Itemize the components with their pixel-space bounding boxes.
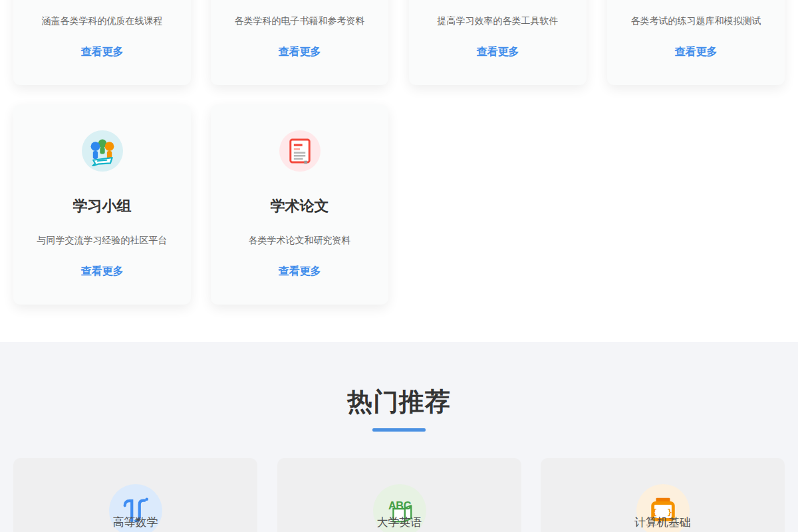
card-description: 各类学术论文和研究资料 [217,233,382,247]
feature-card-courses: 涵盖各类学科的优质在线课程 查看更多 [13,0,191,85]
hot-card-title: 大学英语 [277,514,521,531]
card-description: 各类学科的电子书籍和参考资料 [217,14,382,27]
abc-glyph: ABC [388,499,412,511]
view-more-link[interactable]: 查看更多 [409,45,587,59]
card-description: 与同学交流学习经验的社区平台 [20,233,184,247]
feature-card-tools: 提高学习效率的各类工具软件 查看更多 [409,0,587,85]
feature-card-exams: 各类考试的练习题库和模拟测试 查看更多 [607,0,785,85]
feature-card-papers: 学术论文 各类学术论文和研究资料 查看更多 [211,104,388,305]
icon-circle [279,130,321,172]
view-more-link[interactable]: 查看更多 [211,264,388,279]
hot-card-advanced-math[interactable]: 高等数学 [13,458,257,532]
card-description: 涵盖各类学科的优质在线课程 [20,14,184,27]
hot-card-title: 计算机基础 [541,514,785,531]
feature-card-ebooks: 各类学科的电子书籍和参考资料 查看更多 [211,0,388,85]
heading-underline [372,428,426,432]
icon-circle [82,130,123,172]
view-more-link[interactable]: 查看更多 [211,45,388,59]
view-more-link[interactable]: 查看更多 [13,264,191,279]
section-title: 热门推荐 [0,386,798,418]
card-description: 各类考试的练习题库和模拟测试 [614,14,778,27]
view-more-link[interactable]: 查看更多 [607,45,785,59]
feature-card-study-group: 学习小组 与同学交流学习经验的社区平台 查看更多 [13,104,191,305]
hot-card-computer-basics[interactable]: { } 计算机基础 [541,458,785,532]
document-icon [285,136,315,166]
hot-card-college-english[interactable]: ABC 大学英语 [277,458,521,532]
people-group-icon [88,136,117,166]
card-description: 提高学习效率的各类工具软件 [416,14,580,27]
hot-card-title: 高等数学 [13,514,257,531]
view-more-link[interactable]: 查看更多 [13,45,191,59]
page: 涵盖各类学科的优质在线课程 查看更多 各类学科的电子书籍和参考资料 查看更多 提… [0,0,798,532]
card-title: 学术论文 [211,196,388,216]
card-title: 学习小组 [13,196,191,216]
